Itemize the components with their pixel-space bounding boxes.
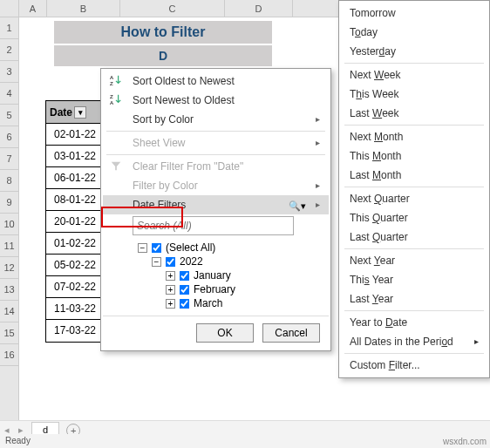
submenu-item[interactable]: Next Quarter	[341, 189, 487, 208]
collapse-icon[interactable]: −	[152, 257, 161, 267]
tree-label: January	[194, 269, 231, 282]
submenu-item[interactable]: This Year	[341, 270, 487, 289]
submenu-label: This Year	[350, 274, 393, 286]
table-cell[interactable]: 03-01-22	[46, 146, 104, 167]
submenu-item[interactable]: This Quarter	[341, 208, 487, 227]
separator	[344, 125, 484, 126]
col-header[interactable]	[0, 0, 19, 17]
submenu-item[interactable]: Next Year	[341, 251, 487, 270]
row-header[interactable]: 15	[0, 322, 18, 344]
submenu-item[interactable]: Last Year	[341, 289, 487, 309]
checkbox[interactable]	[180, 298, 190, 309]
submenu-label: This Week	[350, 88, 399, 100]
submenu-item[interactable]: Custom Filter...	[341, 356, 487, 375]
table-cell[interactable]: 01-02-22	[46, 233, 104, 255]
row-header[interactable]: 12	[0, 257, 18, 279]
ok-button[interactable]: OK	[196, 323, 254, 343]
checkbox[interactable]	[166, 256, 176, 267]
checkbox[interactable]	[180, 270, 190, 281]
menu-label: Filter by Color	[133, 180, 198, 192]
tree-month[interactable]: +January	[166, 268, 318, 282]
svg-text:A: A	[110, 74, 114, 80]
search-row: 🔍▾	[133, 216, 322, 235]
submenu-item[interactable]: This Month	[341, 146, 487, 166]
row-header[interactable]: 1	[0, 17, 18, 39]
row-header[interactable]: 13	[0, 279, 18, 301]
col-header[interactable]: B	[47, 0, 120, 17]
submenu-item[interactable]: Year to Date	[341, 313, 487, 332]
submenu-label: Last Month	[350, 169, 401, 181]
table-cell[interactable]: 08-01-22	[46, 189, 104, 211]
table-cell[interactable]: 05-02-22	[46, 255, 104, 276]
sort-by-color-item[interactable]: Sort by Color ▸	[103, 110, 329, 129]
svg-text:Z: Z	[110, 80, 113, 86]
value-tree: −(Select All) −2022 +January+February+Ma…	[138, 241, 318, 310]
separator	[344, 187, 484, 187]
tree-select-all[interactable]: −(Select All)	[138, 241, 318, 255]
submenu-item[interactable]: Yesterday	[341, 42, 487, 61]
submenu-item[interactable]: Tomorrow	[341, 3, 487, 23]
collapse-icon[interactable]: −	[138, 243, 147, 253]
row-header[interactable]: 7	[0, 148, 18, 170]
row-header[interactable]: 14	[0, 301, 18, 322]
filter-by-color-item: Filter by Color ▸	[103, 176, 329, 195]
submenu-item[interactable]: Last Month	[341, 166, 487, 185]
table-cell[interactable]: 07-02-22	[46, 276, 104, 298]
submenu-label: All Dates in the Period	[350, 336, 453, 348]
separator	[344, 310, 484, 311]
expand-icon[interactable]: +	[166, 271, 175, 281]
table-cell[interactable]: 17-03-22	[46, 320, 104, 342]
submenu-label: Next Year	[350, 255, 395, 267]
submenu-item[interactable]: Next Month	[341, 127, 487, 146]
table-cell[interactable]: 11-03-22	[46, 298, 104, 320]
table-cell[interactable]: 06-01-22	[46, 167, 104, 189]
sort-newest-item[interactable]: ZA Sort Newest to Oldest	[103, 91, 329, 110]
submenu-item[interactable]: Last Quarter	[341, 227, 487, 247]
row-header[interactable]: 3	[0, 61, 18, 83]
svg-text:Z: Z	[110, 93, 113, 99]
col-header[interactable]: A	[19, 0, 47, 17]
tree-month[interactable]: +February	[166, 282, 318, 296]
submenu-item[interactable]: Last Week	[341, 104, 487, 123]
submenu-item[interactable]: All Dates in the Period▸	[341, 332, 487, 351]
cancel-button[interactable]: Cancel	[262, 323, 320, 343]
expand-icon[interactable]: +	[166, 299, 175, 309]
submenu-label: Yesterday	[350, 45, 396, 58]
expand-icon[interactable]: +	[166, 285, 175, 295]
submenu-item[interactable]: Today	[341, 23, 487, 42]
row-header[interactable]: 10	[0, 214, 18, 235]
tree-label: (Select All)	[166, 241, 215, 254]
submenu-item[interactable]: Next Week	[341, 65, 487, 85]
row-header[interactable]: 2	[0, 39, 18, 61]
separator	[106, 131, 325, 132]
row-header[interactable]: 8	[0, 170, 18, 192]
submenu-label: Next Month	[350, 131, 403, 143]
table-header-label: Date	[50, 101, 72, 124]
row-header[interactable]: 9	[0, 192, 18, 214]
search-icon[interactable]: 🔍▾	[289, 200, 306, 212]
table-header-date[interactable]: Date ▾	[46, 101, 104, 124]
col-header[interactable]: C	[120, 0, 225, 17]
chevron-right-icon: ▸	[316, 114, 320, 124]
checkbox[interactable]	[180, 284, 190, 295]
tree-year[interactable]: −2022	[152, 255, 318, 268]
col-header[interactable]: D	[225, 0, 293, 17]
row-header[interactable]: 6	[0, 126, 18, 148]
row-header[interactable]: 4	[0, 83, 18, 105]
row-header[interactable]: 16	[0, 344, 18, 366]
table-cell[interactable]: 20-01-22	[46, 211, 104, 233]
filter-dropdown-icon[interactable]: ▾	[74, 106, 86, 119]
tree-label: 2022	[180, 255, 203, 268]
sort-oldest-item[interactable]: AZ Sort Oldest to Newest	[103, 71, 329, 91]
submenu-item[interactable]: This Week	[341, 85, 487, 104]
tree-month[interactable]: +March	[166, 296, 318, 310]
submenu-label: Next Quarter	[350, 193, 410, 205]
title-cell: How to Filter	[54, 21, 272, 44]
checkbox[interactable]	[152, 242, 162, 253]
table-cell[interactable]: 02-01-22	[46, 124, 104, 146]
row-header[interactable]: 5	[0, 105, 18, 126]
sort-az-icon: AZ	[110, 74, 124, 88]
search-input[interactable]	[133, 216, 294, 235]
row-header[interactable]: 11	[0, 235, 18, 257]
submenu-label: Custom Filter...	[350, 359, 420, 371]
